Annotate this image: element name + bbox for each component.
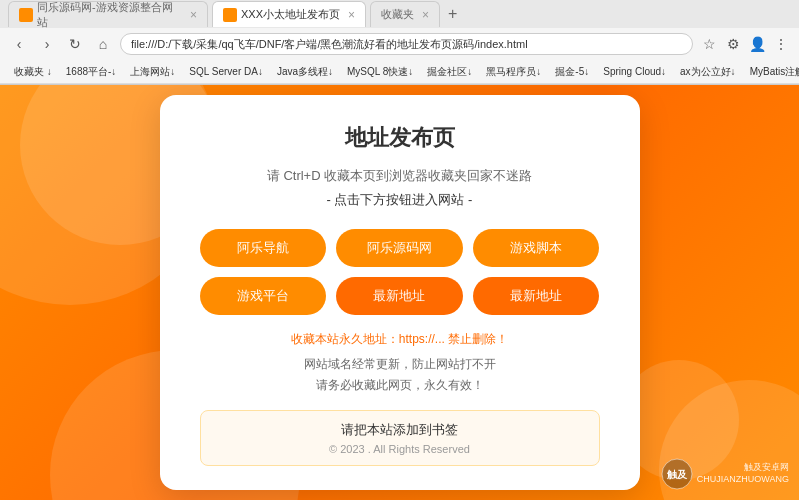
tab-1-favicon	[19, 8, 33, 22]
bookmark-10[interactable]: Spring Cloud↓	[597, 62, 672, 82]
bookmark-8[interactable]: 黑马程序员↓	[480, 62, 547, 82]
card-hint: - 点击下方按钮进入网站 -	[200, 191, 600, 209]
tab-1-close[interactable]: ×	[190, 8, 197, 22]
card-subtitle: 请 Ctrl+D 收藏本页到浏览器收藏夹回家不迷路	[200, 167, 600, 185]
bookmark-5[interactable]: Java多线程↓	[271, 62, 339, 82]
btn-latest-1[interactable]: 最新地址	[336, 277, 463, 315]
extensions-button[interactable]: ⚙	[723, 34, 743, 54]
btn-source[interactable]: 阿乐源码网	[336, 229, 463, 267]
tab-bar: 同乐源码网-游戏资源整合网站 × XXX小太地址发布页 × 收藏夹 × +	[0, 0, 799, 28]
nav-bar: ‹ › ↻ ⌂ ☆ ⚙ 👤 ⋮	[0, 28, 799, 60]
bookmark-star-button[interactable]: ☆	[699, 34, 719, 54]
copyright: © 2023 . All Rights Reserved	[211, 443, 589, 455]
new-tab-button[interactable]: +	[444, 5, 461, 23]
tab-1-label: 同乐源码网-游戏资源整合网站	[37, 0, 182, 30]
watermark-logo-icon: 触及	[661, 458, 693, 490]
watermark-line1: 触及安卓网	[697, 462, 789, 474]
bookmark-9[interactable]: 掘金-5↓	[549, 62, 595, 82]
tab-3-label: 收藏夹	[381, 7, 414, 22]
watermark: 触及 触及安卓网 CHUJIANZHUOWANG	[661, 458, 789, 490]
reload-button[interactable]: ↻	[64, 33, 86, 55]
bookmark-1[interactable]: 收藏夹 ↓	[8, 62, 58, 82]
bookmarks-bar: 收藏夹 ↓ 1688平台-↓ 上海网站↓ SQL Server DA↓ Java…	[0, 60, 799, 84]
nav-icons: ☆ ⚙ 👤 ⋮	[699, 34, 791, 54]
main-card: 地址发布页 请 Ctrl+D 收藏本页到浏览器收藏夹回家不迷路 - 点击下方按钮…	[160, 95, 640, 490]
card-title: 地址发布页	[200, 123, 600, 153]
btn-grid: 阿乐导航 阿乐源码网 游戏脚本 游戏平台 最新地址 最新地址	[200, 229, 600, 315]
notice-text: 收藏本站永久地址：https://... 禁止删除！	[291, 332, 508, 346]
desc-line-2: 请务必收藏此网页，永久有效！	[200, 377, 600, 394]
bookmark-footer: 请把本站添加到书签 © 2023 . All Rights Reserved	[200, 410, 600, 466]
bookmark-12[interactable]: MyBatis注解↓	[744, 62, 799, 82]
watermark-text: 触及安卓网 CHUJIANZHUOWANG	[697, 462, 789, 485]
btn-latest-2[interactable]: 最新地址	[473, 277, 600, 315]
notice-line: 收藏本站永久地址：https://... 禁止删除！	[200, 331, 600, 348]
back-button[interactable]: ‹	[8, 33, 30, 55]
home-button[interactable]: ⌂	[92, 33, 114, 55]
btn-platform[interactable]: 游戏平台	[200, 277, 327, 315]
bookmark-2[interactable]: 1688平台-↓	[60, 62, 123, 82]
page-content: 地址发布页 请 Ctrl+D 收藏本页到浏览器收藏夹回家不迷路 - 点击下方按钮…	[0, 85, 799, 500]
tab-1[interactable]: 同乐源码网-游戏资源整合网站 ×	[8, 1, 208, 27]
desc-line-1: 网站域名经常更新，防止网站打不开	[200, 356, 600, 373]
address-bar[interactable]	[120, 33, 693, 55]
forward-button[interactable]: ›	[36, 33, 58, 55]
bookmark-6[interactable]: MySQL 8快速↓	[341, 62, 419, 82]
bookmark-3[interactable]: 上海网站↓	[124, 62, 181, 82]
btn-navigation[interactable]: 阿乐导航	[200, 229, 327, 267]
btn-script[interactable]: 游戏脚本	[473, 229, 600, 267]
watermark-line2: CHUJIANZHUOWANG	[697, 474, 789, 486]
footer-text: 请把本站添加到书签	[211, 421, 589, 439]
bookmark-7[interactable]: 掘金社区↓	[421, 62, 478, 82]
user-button[interactable]: 👤	[747, 34, 767, 54]
menu-button[interactable]: ⋮	[771, 34, 791, 54]
tab-3[interactable]: 收藏夹 ×	[370, 1, 440, 27]
browser-chrome: 同乐源码网-游戏资源整合网站 × XXX小太地址发布页 × 收藏夹 × + ‹ …	[0, 0, 799, 85]
tab-2-close[interactable]: ×	[348, 8, 355, 22]
tab-2-label: XXX小太地址发布页	[241, 7, 340, 22]
svg-text:触及: 触及	[666, 469, 688, 480]
bookmark-11[interactable]: ax为公立好↓	[674, 62, 742, 82]
tab-2[interactable]: XXX小太地址发布页 ×	[212, 1, 366, 27]
tab-3-close[interactable]: ×	[422, 8, 429, 22]
bookmark-4[interactable]: SQL Server DA↓	[183, 62, 269, 82]
tab-2-favicon	[223, 8, 237, 22]
